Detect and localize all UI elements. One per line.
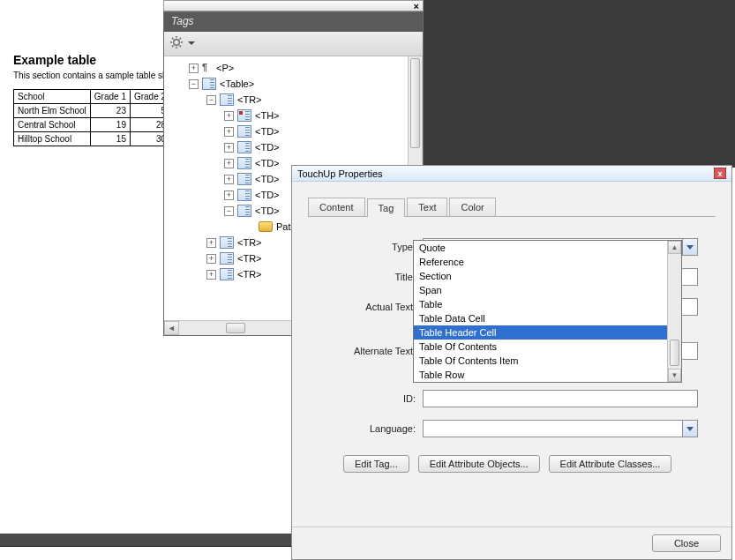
tree-node-td[interactable]: + <TD> [164,123,422,139]
alternate-text-label: Alternate Text: [326,346,423,356]
chevron-down-icon[interactable] [682,239,697,255]
dropdown-option-selected[interactable]: Table Header Cell [414,325,681,340]
table-cell-icon [237,141,251,153]
table-cell-icon [237,125,251,138]
table-cell-icon [237,173,251,185]
status-strip [0,534,296,546]
tree-node-p[interactable]: + ¶ <P> [164,60,422,76]
scroll-thumb[interactable] [670,340,679,366]
paragraph-icon: ¶ [202,62,213,74]
tab-content[interactable]: Content [308,198,365,216]
folder-icon [259,221,273,232]
svg-line-6 [180,46,182,48]
collapse-icon[interactable]: − [224,206,234,216]
tree-node-th[interactable]: + <TH> [164,108,422,123]
tab-panel-tag: Type: Table Data Cell Title: Actual Text… [308,216,716,482]
table-row-icon [220,236,234,249]
close-button[interactable]: Close [652,534,721,552]
dropdown-option[interactable]: Table Of Contents [414,340,681,354]
chevron-down-icon[interactable] [188,41,195,45]
collapse-icon[interactable]: − [206,95,216,105]
expand-icon[interactable]: + [224,190,234,200]
table-row: Hilltop School 15 30 [14,132,188,146]
expand-icon[interactable]: + [206,270,216,280]
table-row: North Elm School 23 5 [14,104,188,118]
tree-node-td[interactable]: + <TD> [164,139,422,155]
expand-icon[interactable]: + [224,111,234,121]
dropdown-option[interactable]: Table Of Contents Item [414,354,681,368]
language-combobox[interactable] [423,420,698,437]
dropdown-scrollbar[interactable]: ▲ ▼ [667,241,681,382]
scroll-down-icon[interactable]: ▼ [668,369,681,382]
svg-line-7 [172,46,174,48]
table-row-icon [220,93,234,106]
close-icon[interactable]: × [414,1,419,11]
scroll-up-icon[interactable]: ▲ [668,241,681,254]
table-cell-icon [237,157,251,169]
type-label: Type: [326,242,423,252]
expand-icon[interactable]: + [189,63,199,73]
example-table: School Grade 1 Grade 2 Gr North Elm Scho… [13,89,188,146]
dialog-footer: Close [292,526,731,559]
panel-top-bar: × [163,0,424,11]
dropdown-option[interactable]: Table Data Cell [414,311,681,325]
type-dropdown-list[interactable]: Quote Reference Section Span Table Table… [413,240,682,383]
table-cell-icon [237,205,251,217]
expand-icon[interactable]: + [206,238,216,248]
table-header-icon [237,109,251,122]
close-icon[interactable]: x [714,168,726,179]
chevron-down-icon[interactable] [682,421,697,437]
dropdown-option[interactable]: Reference [414,255,681,269]
id-input[interactable] [423,390,698,407]
dropdown-option[interactable]: Span [414,283,681,297]
edit-attribute-objects-button[interactable]: Edit Attribute Objects... [418,455,540,473]
expand-icon[interactable]: + [206,254,216,264]
table-cell-icon [237,189,251,201]
col-header: School [14,90,91,104]
dialog-title: TouchUp Properties [297,168,383,179]
gear-icon[interactable] [169,35,184,51]
tab-strip: Content Tag Text Color [308,198,716,216]
table-row: School Grade 1 Grade 2 Gr [14,90,188,104]
actual-text-label: Actual Text: [326,302,423,312]
svg-line-8 [180,38,182,40]
title-label: Title: [326,272,423,282]
tags-toolbar [164,32,423,56]
expand-icon[interactable]: + [224,143,234,153]
dialog-titlebar[interactable]: TouchUp Properties x [292,166,731,182]
touchup-properties-dialog: TouchUp Properties x Content Tag Text Co… [291,165,732,560]
dropdown-option[interactable]: Table Row [414,368,681,382]
tab-text[interactable]: Text [407,198,447,216]
table-row-icon [220,268,234,280]
expand-icon[interactable]: + [224,175,234,184]
edit-tag-button[interactable]: Edit Tag... [343,455,409,473]
language-label: Language: [326,423,423,434]
scroll-thumb[interactable] [226,323,245,333]
table-icon [202,78,216,90]
col-header: Grade 1 [90,90,130,104]
dropdown-option[interactable]: Table [414,297,681,311]
id-label: ID: [326,393,423,404]
tab-tag[interactable]: Tag [367,198,406,217]
svg-point-0 [174,40,180,46]
tab-color[interactable]: Color [449,198,495,216]
collapse-icon[interactable]: − [189,79,199,89]
tree-node-tr[interactable]: − <TR> [164,92,422,108]
tree-node-table[interactable]: − <Table> [164,76,422,92]
dropdown-option[interactable]: Section [414,269,681,283]
tags-panel-header: Tags [164,12,423,32]
table-row: Central School 19 28 [14,118,188,132]
edit-attribute-classes-button[interactable]: Edit Attribute Classes... [549,455,672,473]
svg-line-5 [172,38,174,40]
dropdown-option[interactable]: Quote [414,241,681,255]
table-row-icon [220,252,234,265]
expand-icon[interactable]: + [224,127,234,137]
scroll-left-icon[interactable]: ◄ [164,321,179,335]
expand-icon[interactable]: + [224,159,234,168]
